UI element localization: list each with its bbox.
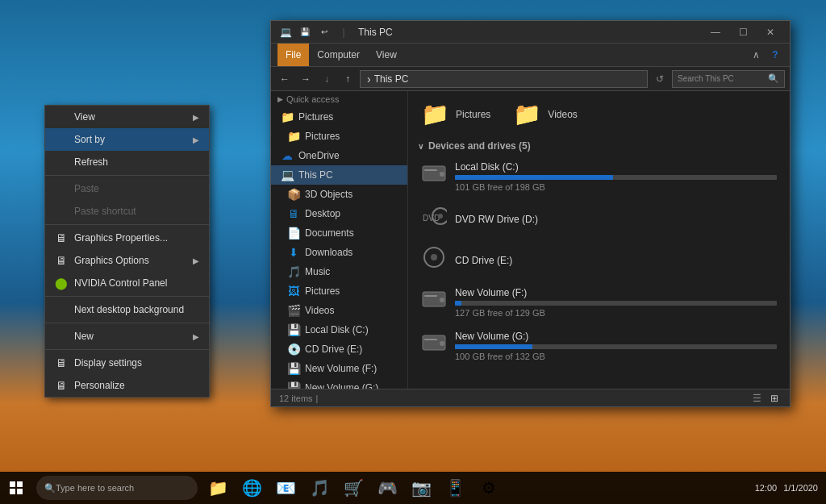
recent-button[interactable]: ↓: [318, 70, 336, 88]
nav-item-cd-drive-e[interactable]: 💿 CD Drive (E:): [271, 339, 407, 359]
tab-view[interactable]: View: [368, 44, 405, 66]
svg-point-2: [440, 172, 444, 177]
start-button[interactable]: [0, 472, 32, 504]
nav-item-documents[interactable]: 📄 Documents: [271, 223, 407, 243]
context-menu-item-sort-by[interactable]: Sort by ▶: [45, 128, 209, 151]
svg-point-13: [440, 341, 444, 346]
pictures2-icon: 📁: [287, 130, 300, 143]
submenu-arrow-new: ▶: [193, 332, 199, 341]
taskbar-app-7[interactable]: 📷: [405, 472, 437, 504]
svg-rect-1: [424, 169, 437, 171]
devices-title: Devices and drives (5): [418, 140, 780, 152]
quick-access-header[interactable]: ▶ Quick access: [271, 91, 407, 107]
drive-g-icon: [421, 332, 447, 360]
context-menu-item-personalize[interactable]: 🖥 Personalize: [45, 374, 209, 397]
nav-item-pictures2[interactable]: 📁 Pictures: [271, 127, 407, 146]
svg-rect-9: [424, 295, 437, 297]
nav-item-3d-objects[interactable]: 📦 3D Objects: [271, 185, 407, 204]
tab-computer[interactable]: Computer: [309, 44, 368, 66]
taskbar-app-8[interactable]: 📱: [439, 472, 471, 504]
taskbar-app-4[interactable]: 🎵: [303, 472, 336, 504]
status-bar: 12 items | ☰ ⊞: [271, 389, 790, 406]
taskbar-time: 12:00: [755, 483, 778, 493]
context-menu-item-view[interactable]: View ▶: [45, 106, 209, 128]
taskbar-search[interactable]: 🔍 Type here to search: [36, 476, 198, 500]
search-box[interactable]: Search This PC 🔍: [672, 70, 785, 88]
paste-icon: [55, 182, 68, 195]
drive-c-icon: [421, 163, 447, 191]
svg-rect-17: [17, 489, 23, 494]
nav-item-new-volume-g[interactable]: 💾 New Volume (G:): [271, 378, 407, 389]
drive-new-volume-f[interactable]: New Volume (F:) 127 GB free of 129 GB: [418, 282, 780, 323]
view-icon: [55, 110, 68, 123]
refresh-address-button[interactable]: ↺: [651, 70, 669, 88]
drive-local-disk-c[interactable]: Local Disk (C:) 101 GB free of 198 GB: [418, 156, 780, 197]
main-area: ▶ Quick access 📁 Pictures 📁 Pictures ☁ O…: [271, 91, 790, 389]
pictures3-icon: 🖼: [287, 285, 300, 298]
taskbar-app-3[interactable]: 📧: [269, 472, 302, 504]
address-path[interactable]: › This PC: [360, 70, 648, 88]
folder-pictures-icon: 📁: [421, 101, 449, 127]
3d-objects-icon: 📦: [287, 188, 300, 201]
drive-g-name: New Volume (G:): [455, 331, 777, 342]
taskbar-app-1[interactable]: 📁: [202, 472, 234, 504]
drive-c-info: Local Disk (C:) 101 GB free of 198 GB: [455, 161, 777, 192]
folder-videos[interactable]: 📁 Videos: [510, 98, 580, 131]
ribbon-collapse-button[interactable]: ∧: [748, 47, 764, 63]
nav-item-pictures-quick[interactable]: 📁 Pictures: [271, 107, 407, 127]
separator-1: [45, 175, 209, 176]
help-button[interactable]: ?: [767, 47, 783, 63]
context-menu-item-next-bg[interactable]: Next desktop background: [45, 298, 209, 321]
submenu-arrow: ▶: [193, 113, 199, 122]
local-disk-c-icon: 💾: [287, 323, 300, 336]
folder-pictures-label: Pictures: [456, 109, 490, 120]
submenu-arrow-graphics: ▶: [193, 256, 199, 265]
taskbar-app-9[interactable]: ⚙: [473, 472, 505, 504]
title-bar-icons: 💻 💾 ↩ |: [277, 24, 352, 40]
nav-item-new-volume-f[interactable]: 💾 New Volume (F:): [271, 359, 407, 378]
context-menu-item-refresh[interactable]: Refresh: [45, 151, 209, 173]
drive-cd-e[interactable]: CD Drive (E:): [418, 241, 780, 279]
nav-item-onedrive[interactable]: ☁ OneDrive: [271, 146, 407, 165]
drive-e-name: CD Drive (E:): [455, 255, 777, 266]
submenu-arrow-sort: ▶: [193, 135, 199, 144]
onedrive-icon: ☁: [281, 149, 294, 162]
drive-c-bar: [455, 175, 613, 180]
back-button[interactable]: ←: [276, 70, 294, 88]
nav-item-downloads[interactable]: ⬇ Downloads: [271, 243, 407, 262]
nav-item-local-disk-c[interactable]: 💾 Local Disk (C:): [271, 320, 407, 339]
detail-view-button[interactable]: ⊞: [767, 391, 782, 406]
folder-pictures[interactable]: 📁 Pictures: [418, 98, 494, 131]
drive-f-name: New Volume (F:): [455, 287, 777, 298]
context-menu-item-graphics-properties[interactable]: 🖥 Graphics Properties...: [45, 227, 209, 249]
forward-button[interactable]: →: [297, 70, 315, 88]
new-icon: [55, 330, 68, 343]
taskbar-search-placeholder: Type here to search: [56, 483, 134, 493]
tab-file[interactable]: File: [277, 44, 309, 66]
taskbar-app-6[interactable]: 🎮: [371, 472, 403, 504]
drive-dvd-rw-d[interactable]: DVD DVD RW Drive (D:): [418, 200, 780, 238]
nav-item-music[interactable]: 🎵 Music: [271, 262, 407, 281]
context-menu-item-graphics-options[interactable]: 🖥 Graphics Options ▶: [45, 249, 209, 272]
context-menu-item-new[interactable]: New ▶: [45, 325, 209, 348]
taskbar-app-2[interactable]: 🌐: [236, 472, 268, 504]
drive-g-bar: [455, 344, 532, 349]
minimize-button[interactable]: —: [703, 24, 728, 40]
svg-text:DVD: DVD: [423, 214, 440, 223]
nav-item-pictures3[interactable]: 🖼 Pictures: [271, 281, 407, 301]
up-button[interactable]: ↑: [339, 70, 357, 88]
nav-item-desktop[interactable]: 🖥 Desktop: [271, 204, 407, 223]
list-view-button[interactable]: ☰: [749, 391, 764, 406]
close-button[interactable]: ✕: [757, 24, 783, 40]
undo-icon: ↩: [316, 24, 332, 40]
drive-new-volume-g[interactable]: New Volume (G:) 100 GB free of 132 GB: [418, 326, 780, 366]
taskbar-app-5[interactable]: 🛒: [337, 472, 369, 504]
svg-point-7: [431, 254, 437, 260]
nav-item-videos[interactable]: 🎬 Videos: [271, 301, 407, 320]
nav-item-this-pc[interactable]: 💻 This PC: [271, 165, 407, 185]
context-menu-item-display-settings[interactable]: 🖥 Display settings: [45, 352, 209, 374]
paste-shortcut-icon: [55, 205, 68, 218]
ribbon-right: ∧ ?: [748, 47, 783, 63]
maximize-button[interactable]: ☐: [730, 24, 756, 40]
context-menu-item-nvidia[interactable]: ⬤ NVIDIA Control Panel: [45, 272, 209, 294]
